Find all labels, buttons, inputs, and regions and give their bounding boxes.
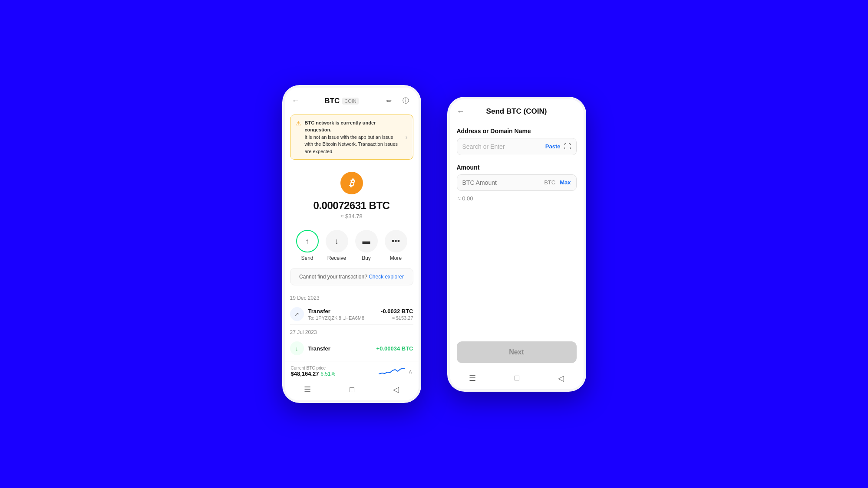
tx-amount-1: -0.0032 BTC ≈ $153.27 bbox=[381, 308, 413, 321]
screen1-phone: ← BTC COIN ✏ ⓘ ⚠ BTC network is currentl… bbox=[282, 85, 421, 403]
nav-bar-2: ☰ □ ◁ bbox=[450, 370, 584, 389]
menu-nav-icon[interactable]: ☰ bbox=[304, 385, 311, 394]
receive-action-button[interactable]: ↓ Receive bbox=[326, 230, 348, 261]
send-action-label: Send bbox=[301, 255, 313, 261]
tx-name-2: Transfer bbox=[308, 345, 372, 352]
balance-usd: ≈ $34.78 bbox=[340, 213, 363, 219]
address-field-label: Address or Domain Name bbox=[457, 128, 577, 134]
send-menu-nav-icon[interactable]: ☰ bbox=[469, 373, 476, 383]
price-value: $48,164.27 6.51% bbox=[291, 370, 336, 377]
tx-btc-1: -0.0032 BTC bbox=[381, 308, 413, 314]
receive-action-label: Receive bbox=[327, 255, 346, 261]
tx-info-1: Transfer To: 1PYZQZKi8...HEA6M8 bbox=[308, 308, 377, 321]
balance-amount: 0.00072631 BTC bbox=[314, 200, 390, 212]
back-nav-icon[interactable]: ◁ bbox=[393, 385, 399, 394]
price-change: 6.51% bbox=[320, 371, 335, 377]
balance-section: ₿ 0.00072631 BTC ≈ $34.78 bbox=[285, 163, 419, 226]
buy-action-icon: ▬ bbox=[355, 230, 378, 252]
screen1-header: ← BTC COIN ✏ ⓘ bbox=[285, 88, 419, 111]
tx-notice: Cannot find your transaction? Check expl… bbox=[290, 268, 413, 285]
more-action-button[interactable]: ••• More bbox=[385, 230, 407, 261]
paste-button[interactable]: Paste bbox=[545, 143, 561, 150]
price-ticker[interactable]: Current BTC price $48,164.27 6.51% ∧ bbox=[285, 361, 419, 381]
check-explorer-link[interactable]: Check explorer bbox=[369, 274, 404, 280]
tx-date-1: 19 Dec 2023 bbox=[290, 295, 413, 301]
send-spacer bbox=[450, 272, 584, 334]
btc-logo-symbol: ₿ bbox=[349, 177, 354, 189]
buy-action-label: Buy bbox=[362, 255, 371, 261]
price-info: Current BTC price $48,164.27 6.51% bbox=[291, 366, 336, 377]
table-row[interactable]: ↗ Transfer To: 1PYZQZKi8...HEA6M8 -0.003… bbox=[290, 304, 413, 325]
approx-value: ≈ 0.00 bbox=[457, 195, 577, 202]
send-action-button[interactable]: ↑ Send bbox=[296, 230, 319, 261]
tx-addr-1: To: 1PYZQZKi8...HEA6M8 bbox=[308, 315, 377, 321]
next-button[interactable]: Next bbox=[457, 341, 577, 363]
price-chart: ∧ bbox=[379, 366, 413, 377]
info-icon[interactable]: ⓘ bbox=[400, 95, 411, 107]
scan-qr-icon[interactable]: ⛶ bbox=[564, 143, 571, 151]
tx-name-1: Transfer bbox=[308, 308, 377, 314]
table-row[interactable]: ↓ Transfer +0.00034 BTC bbox=[290, 338, 413, 359]
tx-usd-1: ≈ $153.27 bbox=[381, 315, 413, 321]
header-icons: ✏ ⓘ bbox=[383, 95, 411, 107]
transaction-list: 19 Dec 2023 ↗ Transfer To: 1PYZQZKi8...H… bbox=[285, 291, 419, 359]
send-header: ← Send BTC (COIN) bbox=[450, 99, 584, 121]
btc-logo: ₿ bbox=[340, 172, 363, 194]
receive-action-icon: ↓ bbox=[326, 230, 348, 252]
max-button[interactable]: Max bbox=[560, 179, 571, 186]
screen2-phone: ← Send BTC (COIN) Address or Domain Name… bbox=[447, 97, 586, 392]
currency-label: BTC bbox=[544, 179, 555, 186]
tx-send-icon: ↗ bbox=[290, 307, 304, 321]
alert-text: BTC network is currently under congestio… bbox=[305, 119, 402, 155]
action-buttons: ↑ Send ↓ Receive ▬ Buy ••• More bbox=[285, 226, 419, 268]
send-home-nav-icon[interactable]: □ bbox=[515, 373, 519, 383]
price-chevron-icon[interactable]: ∧ bbox=[408, 368, 413, 375]
coin-type-badge: COIN bbox=[342, 98, 359, 105]
alert-icon: ⚠ bbox=[296, 120, 301, 127]
send-content: Address or Domain Name Paste ⛶ Amount BT… bbox=[450, 121, 584, 272]
coin-name: BTC bbox=[324, 97, 340, 105]
amount-input-wrap[interactable]: BTC Max bbox=[457, 174, 577, 191]
address-input-wrap[interactable]: Paste ⛶ bbox=[457, 138, 577, 155]
back-button[interactable]: ← bbox=[292, 96, 300, 105]
amount-input[interactable] bbox=[462, 179, 545, 186]
send-title: Send BTC (COIN) bbox=[486, 107, 547, 116]
price-label: Current BTC price bbox=[291, 366, 336, 370]
alert-banner[interactable]: ⚠ BTC network is currently under congest… bbox=[290, 115, 413, 160]
more-action-icon: ••• bbox=[385, 230, 407, 252]
more-action-label: More bbox=[390, 255, 402, 261]
tx-date-2: 27 Jul 2023 bbox=[290, 329, 413, 335]
home-nav-icon[interactable]: □ bbox=[350, 385, 354, 394]
alert-chevron-icon: › bbox=[406, 134, 408, 141]
amount-section: Amount BTC Max ≈ 0.00 bbox=[457, 164, 577, 202]
address-input[interactable] bbox=[462, 143, 542, 150]
buy-action-button[interactable]: ▬ Buy bbox=[355, 230, 378, 261]
tx-amount-2: +0.00034 BTC bbox=[376, 345, 413, 352]
amount-field-label: Amount bbox=[457, 164, 577, 171]
tx-btc-2: +0.00034 BTC bbox=[376, 345, 413, 352]
edit-icon[interactable]: ✏ bbox=[383, 95, 395, 107]
tx-notice-text: Cannot find your transaction? bbox=[299, 274, 367, 280]
mini-chart-svg bbox=[379, 366, 405, 377]
send-back-button[interactable]: ← bbox=[457, 107, 465, 116]
tx-receive-icon: ↓ bbox=[290, 341, 304, 355]
send-back-nav-icon[interactable]: ◁ bbox=[558, 373, 564, 383]
nav-bar-1: ☰ □ ◁ bbox=[285, 381, 419, 400]
send-action-icon: ↑ bbox=[296, 230, 319, 252]
tx-info-2: Transfer bbox=[308, 345, 372, 352]
header-title-wrap: BTC COIN bbox=[324, 97, 358, 105]
